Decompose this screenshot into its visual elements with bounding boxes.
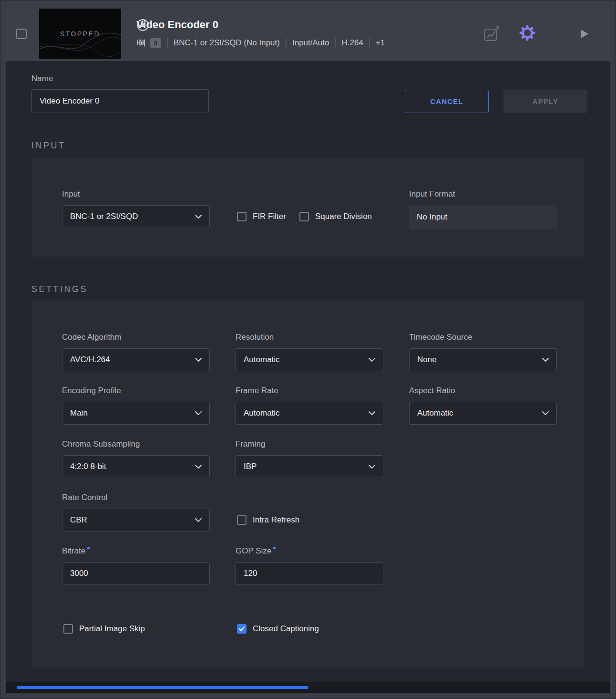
chevron-down-icon [369, 411, 375, 416]
closed-captioning-label: Closed Captioning [253, 624, 319, 634]
chevron-down-icon [195, 358, 202, 362]
resolution-select[interactable]: Automatic [236, 348, 383, 371]
gear-icon[interactable] [519, 25, 535, 41]
field-gop-size: GOP Size• [236, 547, 383, 585]
input-select[interactable]: BNC-1 or 2SI/SQD [62, 205, 210, 228]
fir-filter-row: FIR Filter [237, 212, 286, 221]
required-dot: • [87, 543, 90, 553]
aspect-ratio-label: Aspect Ratio [409, 386, 557, 395]
field-bitrate: Bitrate• [62, 547, 210, 585]
frame-rate-select[interactable]: Automatic [236, 402, 383, 425]
input-format-value: No Input [409, 205, 557, 229]
separator [167, 38, 168, 48]
gop-size-input[interactable] [236, 562, 383, 585]
bitrate-label: Bitrate• [62, 547, 210, 555]
meta-more-count: +1 [376, 38, 385, 48]
play-icon[interactable] [578, 27, 590, 41]
header-divider [557, 23, 557, 46]
field-codec-algorithm: Codec Algorithm AVC/H.264 [62, 333, 210, 371]
codec-algorithm-select[interactable]: AVC/H.264 [62, 348, 210, 371]
framing-select[interactable]: IBP [236, 455, 383, 478]
meta-codec: H.264 [341, 38, 363, 48]
field-input-format: Input Format No Input [409, 190, 557, 229]
settings-section-heading: SETTINGS [31, 284, 88, 294]
input-arrow-icon [136, 39, 146, 47]
field-chroma-subsampling: Chroma Subsampling 4:2:0 8-bit [62, 440, 210, 478]
bitrate-input[interactable] [62, 562, 210, 585]
field-encoding-profile: Encoding Profile Main [62, 386, 210, 425]
square-division-row: Square Division [299, 212, 372, 221]
chevron-down-icon [542, 358, 549, 362]
intra-refresh-checkbox[interactable] [237, 515, 246, 525]
input-panel: Input BNC-1 or 2SI/SQD FIR Filter [31, 157, 585, 257]
closed-captioning-checkbox[interactable] [237, 624, 246, 634]
partial-image-skip-checkbox[interactable] [63, 624, 73, 634]
chart-icon[interactable] [483, 26, 500, 42]
horizontal-scrollbar-track[interactable] [6, 682, 610, 693]
field-frame-rate: Frame Rate Automatic [236, 386, 383, 425]
input-label: Input [62, 190, 210, 198]
chevron-down-icon [195, 215, 202, 219]
encoder-meta: ID 0 BNC-1 or 2SI/SQD (No Input) Input/A… [136, 38, 385, 48]
intra-refresh-row: Intra Refresh [237, 515, 299, 525]
field-rate-control: Rate Control CBR [62, 493, 210, 532]
field-input: Input BNC-1 or 2SI/SQD [62, 190, 210, 228]
meta-input-mode: Input/Auto [292, 38, 329, 48]
chevron-down-icon [369, 465, 375, 469]
apply-button[interactable]: APPLY [503, 90, 587, 113]
resolution-label: Resolution [236, 333, 383, 341]
encoder-config-window: STOPPED Video Encoder 0 ID 0 [0, 0, 616, 699]
encoder-form: Name CANCEL APPLY INPUT Input BNC-1 or 2… [6, 61, 610, 682]
separator [335, 38, 336, 48]
gop-size-label: GOP Size• [236, 547, 383, 555]
input-format-label: Input Format [409, 190, 557, 198]
codec-algorithm-label: Codec Algorithm [62, 333, 210, 341]
input-section-heading: INPUT [31, 141, 66, 151]
field-framing: Framing IBP [236, 440, 383, 478]
name-label: Name [31, 74, 53, 83]
title-block: Video Encoder 0 ID 0 BNC-1 or 2SI/SQD (N… [136, 18, 385, 48]
chevron-down-icon [542, 411, 549, 416]
fir-filter-checkbox[interactable] [237, 212, 246, 221]
framing-label: Framing [236, 440, 383, 448]
meta-source: BNC-1 or 2SI/SQD (No Input) [174, 38, 280, 48]
rate-control-select[interactable]: CBR [62, 509, 210, 532]
field-aspect-ratio: Aspect Ratio Automatic [409, 386, 557, 425]
fir-filter-label: FIR Filter [253, 212, 286, 221]
chroma-subsampling-label: Chroma Subsampling [62, 440, 210, 448]
chevron-down-icon [195, 518, 202, 522]
horizontal-scrollbar-thumb[interactable] [17, 686, 308, 689]
separator [369, 38, 370, 48]
aspect-ratio-select[interactable]: Automatic [409, 402, 557, 425]
timecode-source-select[interactable]: None [409, 348, 557, 371]
settings-panel: Codec Algorithm AVC/H.264 Resolution Aut… [31, 301, 585, 667]
intra-refresh-label: Intra Refresh [253, 515, 299, 525]
required-dot: • [273, 543, 276, 553]
chroma-subsampling-select[interactable]: 4:2:0 8-bit [62, 455, 210, 478]
status-label: STOPPED [60, 30, 100, 38]
encoding-profile-select[interactable]: Main [62, 402, 210, 425]
square-division-label: Square Division [315, 212, 372, 221]
partial-image-skip-row: Partial Image Skip [63, 624, 145, 634]
bitrate-label-text: Bitrate [62, 546, 85, 555]
square-division-checkbox[interactable] [299, 212, 309, 221]
frame-rate-label: Frame Rate [236, 386, 383, 395]
field-timecode-source: Timecode Source None [409, 333, 557, 371]
closed-captioning-row: Closed Captioning [237, 624, 319, 634]
chevron-down-icon [369, 358, 375, 362]
stop-icon [136, 19, 149, 31]
separator [286, 38, 287, 48]
name-input[interactable] [31, 89, 209, 113]
chevron-down-icon [195, 411, 202, 416]
encoder-header: STOPPED Video Encoder 0 ID 0 [6, 6, 610, 61]
cancel-button[interactable]: CANCEL [405, 90, 489, 113]
select-encoder-checkbox[interactable] [16, 29, 27, 39]
rate-control-label: Rate Control [62, 493, 210, 501]
timecode-source-label: Timecode Source [409, 333, 557, 341]
preview-thumbnail[interactable]: STOPPED [39, 9, 121, 59]
gop-size-label-text: GOP Size [236, 546, 271, 555]
id-badge: 0 [150, 38, 161, 48]
partial-image-skip-label: Partial Image Skip [79, 624, 145, 634]
field-resolution: Resolution Automatic [236, 333, 383, 371]
encoding-profile-label: Encoding Profile [62, 386, 210, 395]
